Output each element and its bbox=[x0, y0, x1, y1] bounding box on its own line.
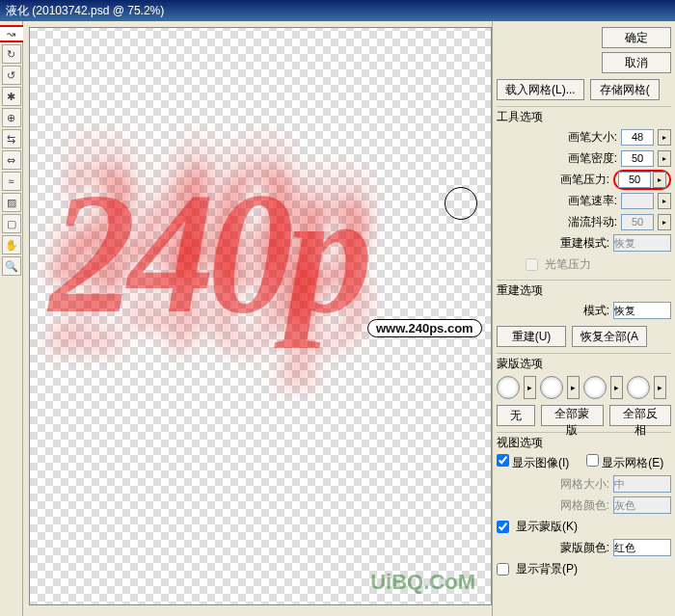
mask-intersect-icon[interactable] bbox=[627, 376, 650, 399]
mask-color-select[interactable] bbox=[613, 539, 671, 556]
preview-canvas[interactable]: 240p www.240ps.com UiBQ.CoM bbox=[29, 27, 492, 605]
mask-intersect-drop[interactable]: ▸ bbox=[654, 376, 666, 399]
brush-size-input[interactable] bbox=[621, 129, 654, 146]
twirl-ccw-tool-icon[interactable]: ↺ bbox=[2, 66, 21, 85]
mesh-color-label: 网格颜色: bbox=[560, 497, 609, 514]
reconstruct-mode-select bbox=[613, 234, 671, 252]
mask-replace-drop[interactable]: ▸ bbox=[524, 376, 536, 399]
load-mesh-button[interactable]: 载入网格(L)... bbox=[497, 79, 584, 100]
twirl-cw-tool-icon[interactable]: ↻ bbox=[2, 44, 21, 64]
show-mask-label: 显示蒙版(K) bbox=[516, 519, 578, 535]
zoom-tool-icon[interactable]: 🔍 bbox=[2, 256, 21, 276]
brush-rate-input bbox=[621, 193, 654, 209]
turbulence-input bbox=[621, 214, 654, 230]
mask-color-label: 蒙版颜色: bbox=[560, 540, 609, 556]
brush-density-label: 画笔密度: bbox=[568, 150, 617, 167]
watermark-1: www.240ps.com bbox=[367, 319, 482, 337]
mask-options-title: 蒙版选项 bbox=[497, 353, 671, 372]
show-mesh-label: 显示网格(E) bbox=[602, 456, 663, 469]
save-mesh-button[interactable]: 存储网格( bbox=[590, 79, 660, 100]
canvas-wrap: 240p www.240ps.com UiBQ.CoM bbox=[23, 21, 492, 616]
restore-all-button[interactable]: 恢复全部(A bbox=[572, 326, 647, 347]
mode-select[interactable] bbox=[613, 302, 671, 319]
show-bg-label: 显示背景(P) bbox=[516, 561, 578, 577]
mask-subtract-icon[interactable] bbox=[583, 376, 607, 399]
brush-cursor-icon bbox=[445, 187, 477, 220]
brush-pressure-label: 画笔压力: bbox=[560, 172, 609, 188]
mask-none-button[interactable]: 无 bbox=[497, 405, 535, 426]
show-mesh-checkbox[interactable] bbox=[586, 454, 599, 467]
brush-pressure-stepper[interactable]: ▸ bbox=[653, 172, 666, 188]
brush-pressure-input[interactable] bbox=[618, 172, 651, 188]
mask-all-button[interactable]: 全部蒙版 bbox=[541, 405, 604, 426]
show-mask-checkbox[interactable] bbox=[497, 521, 509, 533]
mask-add-icon[interactable] bbox=[540, 376, 563, 399]
brush-size-stepper[interactable]: ▸ bbox=[658, 129, 671, 146]
freeze-tool-icon[interactable]: ▨ bbox=[2, 193, 21, 212]
push-tool-icon[interactable]: ⇆ bbox=[2, 129, 21, 148]
brush-rate-stepper: ▸ bbox=[658, 193, 671, 209]
artwork-text: 240p bbox=[49, 153, 365, 353]
brush-density-input[interactable] bbox=[621, 150, 654, 167]
main-area: ↝ ↻ ↺ ✱ ⊕ ⇆ ⇔ ≈ ▨ ▢ ✋ 🔍 240p www.240ps.c… bbox=[0, 21, 675, 616]
stylus-checkbox bbox=[526, 258, 538, 271]
stylus-label: 光笔压力 bbox=[545, 256, 591, 273]
invert-all-button[interactable]: 全部反相 bbox=[609, 405, 672, 426]
thaw-tool-icon[interactable]: ▢ bbox=[2, 214, 21, 233]
mask-replace-icon[interactable] bbox=[497, 376, 520, 399]
show-image-label: 显示图像(I) bbox=[512, 456, 569, 469]
brush-pressure-highlight: ▸ bbox=[613, 170, 671, 190]
bloat-tool-icon[interactable]: ⊕ bbox=[2, 108, 21, 127]
pucker-tool-icon[interactable]: ✱ bbox=[2, 87, 21, 106]
mask-subtract-drop[interactable]: ▸ bbox=[610, 376, 623, 399]
watermark-2: UiBQ.CoM bbox=[370, 570, 475, 595]
turbulence-stepper: ▸ bbox=[658, 214, 671, 230]
hand-tool-icon[interactable]: ✋ bbox=[2, 235, 21, 254]
mesh-size-select bbox=[613, 475, 671, 493]
tool-options-title: 工具选项 bbox=[497, 106, 671, 125]
reconstruct-mode-label: 重建模式: bbox=[560, 235, 609, 252]
mode-label: 模式: bbox=[583, 303, 609, 319]
show-bg-checkbox[interactable] bbox=[497, 563, 509, 576]
show-image-checkbox[interactable] bbox=[497, 454, 509, 467]
window-title: 液化 (20103742.psd @ 75.2%) bbox=[6, 3, 164, 19]
turbulence-label: 湍流抖动: bbox=[568, 214, 617, 230]
mesh-size-label: 网格大小: bbox=[560, 476, 609, 493]
reconstruct-button[interactable]: 重建(U) bbox=[497, 326, 566, 347]
ok-button[interactable]: 确定 bbox=[602, 27, 671, 48]
brush-density-stepper[interactable]: ▸ bbox=[658, 150, 671, 167]
mask-add-drop[interactable]: ▸ bbox=[567, 376, 580, 399]
mesh-color-select bbox=[613, 496, 671, 514]
cancel-button[interactable]: 取消 bbox=[602, 52, 671, 73]
brush-rate-label: 画笔速率: bbox=[568, 193, 617, 209]
reconstruct-options-title: 重建选项 bbox=[497, 280, 671, 299]
options-panel: 确定 取消 载入网格(L)... 存储网格( 工具选项 画笔大小: ▸ 画笔密度… bbox=[492, 21, 675, 616]
brush-size-label: 画笔大小: bbox=[568, 129, 617, 146]
turbulence-tool-icon[interactable]: ≈ bbox=[2, 172, 21, 191]
mirror-tool-icon[interactable]: ⇔ bbox=[2, 150, 21, 170]
tool-column: ↝ ↻ ↺ ✱ ⊕ ⇆ ⇔ ≈ ▨ ▢ ✋ 🔍 bbox=[0, 21, 23, 616]
title-bar: 液化 (20103742.psd @ 75.2%) bbox=[0, 0, 675, 21]
